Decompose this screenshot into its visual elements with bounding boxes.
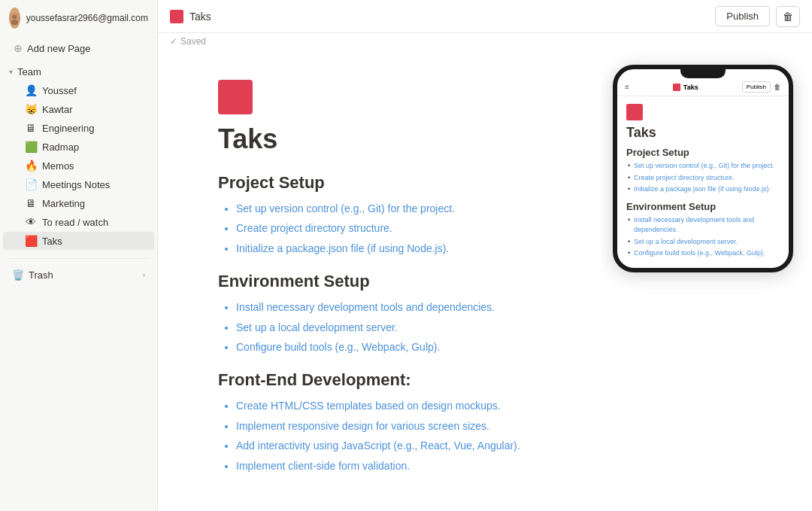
trash-label: Trash [29, 269, 53, 281]
phone-bullet: Create project directory structure. [626, 173, 780, 184]
kawtar-icon: 😸 [24, 103, 38, 115]
phone-page-icon [673, 84, 680, 91]
phone-notch [680, 69, 726, 78]
engineering-icon: 🖥 [24, 122, 38, 134]
bullet-item: Add interactivity using JavaScript (e.g.… [236, 437, 541, 454]
sidebar-item-radmap[interactable]: 🟩 Radmap [3, 138, 154, 156]
sidebar-user[interactable]: youssefasrar2966@gmail.com [0, 0, 157, 36]
bullet-item: Create project directory structure. [236, 220, 541, 236]
topbar-title-area: Taks [170, 10, 211, 23]
phone-bullet: Configure build tools (e.g., Webpack, Gu… [626, 248, 780, 259]
editor-title[interactable]: Taks [218, 123, 541, 155]
sidebar-item-taks[interactable]: 🟥 Taks [3, 232, 154, 250]
bullet-item: Configure build tools (e.g., Webpack, Gu… [236, 339, 541, 355]
page-title: Taks [189, 11, 211, 23]
phone-trash-icon: 🗑 [774, 83, 781, 91]
sidebar-item-kawtar[interactable]: 😸 Kawtar [3, 100, 154, 118]
phone-menu-icon: ≡ [625, 83, 629, 91]
publish-button[interactable]: Publish [715, 6, 770, 26]
phone-publish-btn: Publish [742, 81, 771, 93]
bullet-link[interactable]: Set up a local development server. [236, 321, 398, 333]
bullet-link[interactable]: Install necessary development tools and … [236, 301, 495, 313]
team-header[interactable]: ▾ Team [0, 63, 157, 81]
meetings-icon: 📄 [24, 178, 38, 190]
saved-label: Saved [180, 36, 206, 47]
page-icon-small [170, 10, 183, 23]
sidebar-item-engineering[interactable]: 🖥 Engineering [3, 119, 154, 137]
avatar [9, 8, 20, 29]
sidebar-item-label: Taks [42, 236, 62, 247]
marketing-icon: 🖥 [24, 197, 38, 209]
sidebar-item-label: Radmap [42, 141, 79, 153]
sidebar-item-memos[interactable]: 🔥 Memos [3, 157, 154, 175]
read-watch-icon: 👁 [24, 216, 38, 228]
radmap-icon: 🟩 [24, 141, 38, 153]
bullet-item: Set up version control (e.g., Git) for t… [236, 200, 541, 217]
bullet-item: Create HTML/CSS templates based on desig… [236, 397, 541, 414]
bullet-link[interactable]: Implement responsive design for various … [236, 420, 489, 432]
section-heading-2: Environment Setup [218, 272, 541, 291]
sidebar-item-label: Marketing [42, 198, 85, 209]
saved-bar: ✓ Saved [158, 33, 812, 50]
bullet-list-1: Set up version control (e.g., Git) for t… [218, 200, 541, 257]
bullet-item: Set up a local development server. [236, 319, 541, 336]
bullet-link[interactable]: Set up version control (e.g., Git) for t… [236, 202, 455, 214]
sidebar-item-label: Meetings Notes [42, 179, 110, 190]
svg-point-1 [13, 15, 17, 19]
bullet-link[interactable]: Initialize a package.json file (if using… [236, 242, 449, 254]
phone-content: Taks Project Setup Set up version contro… [617, 96, 789, 268]
phone-frame: ≡ Taks Publish 🗑 Taks Project Setup S [613, 65, 793, 272]
phone-page-title: Taks [626, 125, 780, 141]
phone-topbar: ≡ Taks Publish 🗑 [617, 78, 789, 96]
bullet-list-2: Install necessary development tools and … [218, 299, 541, 355]
bullet-list-3: Create HTML/CSS templates based on desig… [218, 397, 541, 474]
trash-left: 🗑️ Trash [12, 269, 53, 281]
bullet-item: Implement responsive design for various … [236, 418, 541, 434]
content-wrapper: Taks Project Setup Set up version contro… [158, 50, 812, 511]
section-heading-1: Project Setup [218, 173, 541, 193]
phone-section-1: Project Setup [626, 147, 780, 158]
phone-page-icon-large [626, 104, 643, 120]
sidebar-item-label: Youssef [42, 85, 77, 96]
sidebar-divider [9, 258, 148, 259]
bullet-link[interactable]: Add interactivity using JavaScript (e.g.… [236, 440, 520, 452]
phone-bullet: Set up version control (e.g., Git) for t… [626, 161, 780, 172]
bullet-link[interactable]: Create HTML/CSS templates based on desig… [236, 400, 501, 412]
team-label: Team [17, 66, 41, 78]
phone-topbar-title: Taks [673, 84, 698, 91]
trash-icon: 🗑️ [12, 269, 24, 281]
sidebar-item-youssef[interactable]: 👤 Youssef [3, 81, 154, 99]
memos-icon: 🔥 [24, 160, 38, 172]
sidebar-item-meetings-notes[interactable]: 📄 Meetings Notes [3, 175, 154, 193]
main-panel: Taks Publish 🗑 ✓ Saved Taks Project Setu… [158, 0, 812, 511]
youssef-icon: 👤 [24, 84, 38, 96]
svg-point-2 [11, 20, 18, 25]
sidebar-item-label: To read / watch [42, 217, 108, 228]
add-new-page-button[interactable]: ⊕ Add new Page [5, 38, 153, 59]
user-email: youssefasrar2966@gmail.com [26, 13, 148, 23]
plus-icon: ⊕ [14, 42, 23, 54]
sidebar-item-to-read-watch[interactable]: 👁 To read / watch [3, 213, 154, 231]
sidebar-trash[interactable]: 🗑️ Trash › [3, 265, 154, 285]
add-new-page-label: Add new Page [27, 43, 91, 54]
bullet-link[interactable]: Create project directory structure. [236, 222, 392, 234]
page-icon-large [218, 80, 253, 114]
check-icon: ✓ [170, 36, 177, 47]
phone-bullet: Install necessary development tools and … [626, 215, 780, 236]
section-heading-3: Front-End Development: [218, 370, 541, 390]
phone-title: Taks [683, 84, 698, 91]
sidebar: youssefasrar2966@gmail.com ⊕ Add new Pag… [0, 0, 158, 511]
bullet-item: Implement client-side form validation. [236, 458, 541, 474]
chevron-down-icon: ▾ [9, 68, 13, 76]
sidebar-item-label: Kawtar [42, 104, 72, 115]
editor[interactable]: Taks Project Setup Set up version contro… [158, 50, 601, 511]
bullet-link[interactable]: Configure build tools (e.g., Webpack, Gu… [236, 341, 440, 353]
sidebar-item-label: Engineering [42, 123, 94, 134]
sidebar-item-label: Memos [42, 160, 74, 172]
trash-button[interactable]: 🗑 [776, 6, 800, 27]
bullet-link[interactable]: Implement client-side form validation. [236, 460, 410, 472]
bullet-item: Install necessary development tools and … [236, 299, 541, 315]
taks-icon: 🟥 [24, 235, 38, 247]
sidebar-item-marketing[interactable]: 🖥 Marketing [3, 194, 154, 212]
bullet-item: Initialize a package.json file (if using… [236, 240, 541, 257]
